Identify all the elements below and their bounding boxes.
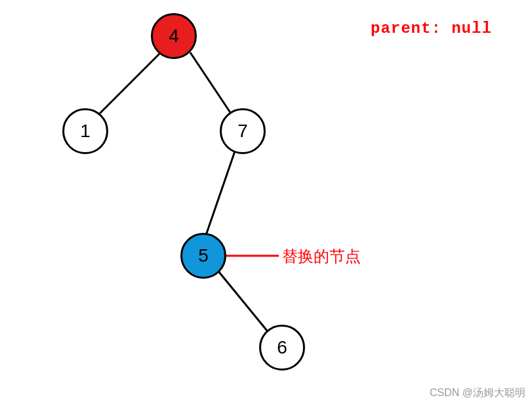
- node-value: 6: [277, 337, 287, 358]
- tree-node-replacement: 5: [180, 233, 226, 279]
- node-value: 4: [169, 26, 179, 47]
- svg-line-1: [190, 52, 236, 121]
- svg-line-2: [203, 148, 236, 243]
- tree-node-right: 7: [220, 108, 266, 154]
- node-value: 7: [237, 121, 248, 142]
- replacement-node-label: 替换的节点: [282, 246, 361, 267]
- watermark-text: CSDN @汤姆大聪明: [430, 386, 525, 400]
- tree-node-bottom: 6: [259, 325, 305, 371]
- diagram-canvas: 4 1 7 5 6 parent: null 替换的节点 CSDN @汤姆大聪明: [0, 0, 532, 404]
- svg-line-0: [92, 52, 161, 121]
- parent-null-label: parent: null: [371, 20, 492, 37]
- tree-node-left: 1: [62, 108, 108, 154]
- node-value: 5: [198, 245, 209, 266]
- node-value: 1: [80, 121, 91, 142]
- tree-node-root: 4: [151, 13, 197, 59]
